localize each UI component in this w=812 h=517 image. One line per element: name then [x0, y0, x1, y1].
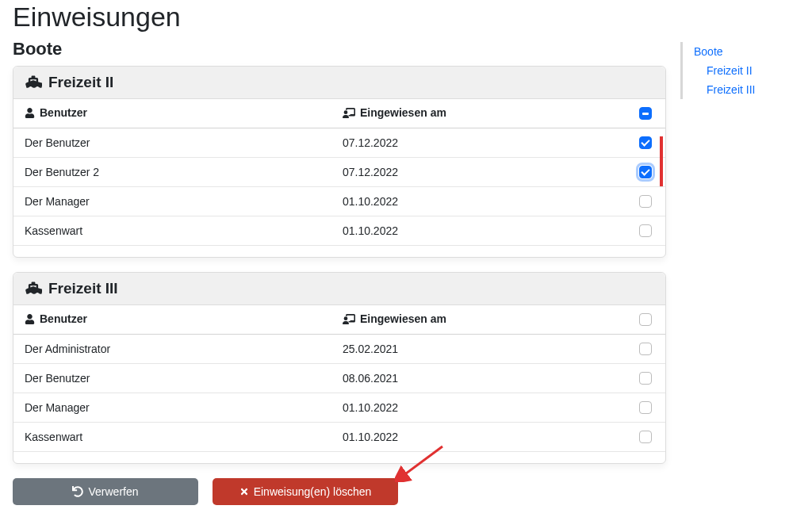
row-checkbox[interactable] — [639, 343, 652, 355]
chalkboard-user-icon — [343, 108, 355, 118]
side-nav: Boote Freizeit II Freizeit III — [680, 42, 755, 99]
sidenav-link-freizeit-ii[interactable]: Freizeit II — [694, 61, 755, 80]
table-row: Kassenwart 01.10.2022 — [13, 216, 665, 246]
cell-date: 07.12.2022 — [331, 128, 625, 158]
table-row: Der Benutzer 2 07.12.2022 — [13, 158, 665, 187]
close-icon — [239, 487, 249, 496]
user-icon — [25, 314, 35, 324]
instructions-table: Benutzer Eingewiesen am — [13, 99, 665, 246]
boat-name: Freizeit III — [48, 280, 118, 297]
table-row: Kassenwart 01.10.2022 — [13, 423, 665, 452]
ship-icon — [25, 281, 42, 297]
user-icon — [25, 108, 35, 118]
table-row: Der Manager 01.10.2022 — [13, 393, 665, 423]
page-title: Einweisungen — [13, 2, 799, 33]
row-checkbox[interactable] — [639, 195, 652, 208]
main-content: Boote Freizeit II Benutzer — [13, 39, 666, 505]
row-checkbox[interactable] — [639, 431, 652, 443]
column-date-label: Eingewiesen am — [360, 312, 446, 325]
row-checkbox[interactable] — [639, 166, 652, 178]
boat-card-header: Freizeit III — [13, 273, 665, 305]
delete-button-label: Einweisung(en) löschen — [254, 485, 372, 498]
cell-user: Kassenwart — [13, 423, 331, 452]
instructions-table: Benutzer Eingewiesen am — [13, 305, 665, 452]
table-header-row: Benutzer Eingewiesen am — [13, 99, 665, 128]
cell-user: Der Manager — [13, 187, 331, 216]
sidenav-link-freizeit-iii[interactable]: Freizeit III — [694, 80, 755, 99]
table-row: Der Administrator 25.02.2021 — [13, 335, 665, 364]
undo-icon — [72, 486, 83, 497]
table-row: Der Manager 01.10.2022 — [13, 187, 665, 216]
boat-card-freizeit-ii: Freizeit II Benutzer — [13, 66, 666, 258]
column-date-label: Eingewiesen am — [360, 106, 446, 119]
cell-user: Der Administrator — [13, 335, 331, 364]
cell-user: Der Benutzer — [13, 128, 331, 158]
row-checkbox[interactable] — [639, 136, 652, 149]
cell-date: 07.12.2022 — [331, 158, 625, 187]
sidenav-link-boote[interactable]: Boote — [694, 42, 755, 61]
cell-user: Der Benutzer — [13, 364, 331, 393]
table-header-row: Benutzer Eingewiesen am — [13, 305, 665, 335]
change-indicator-bar — [660, 136, 663, 186]
column-user-label: Benutzer — [40, 312, 87, 325]
delete-button[interactable]: Einweisung(en) löschen — [213, 478, 398, 505]
section-title: Boote — [13, 39, 666, 59]
row-checkbox[interactable] — [639, 224, 652, 237]
row-checkbox[interactable] — [639, 372, 652, 385]
row-checkbox[interactable] — [639, 401, 652, 414]
boat-card-freizeit-iii: Freizeit III Benutzer — [13, 272, 666, 464]
discard-button[interactable]: Verwerfen — [13, 478, 198, 505]
action-bar: Verwerfen Einweisung(en) löschen — [13, 478, 666, 505]
boat-name: Freizeit II — [48, 74, 113, 91]
cell-date: 01.10.2022 — [331, 216, 625, 246]
select-all-checkbox[interactable] — [639, 313, 652, 326]
table-row: Der Benutzer 07.12.2022 — [13, 128, 665, 158]
cell-user: Kassenwart — [13, 216, 331, 246]
ship-icon — [25, 75, 42, 90]
table-row: Der Benutzer 08.06.2021 — [13, 364, 665, 393]
cell-date: 01.10.2022 — [331, 187, 625, 216]
column-user-label: Benutzer — [40, 106, 87, 119]
cell-user: Der Manager — [13, 393, 331, 423]
cell-date: 08.06.2021 — [331, 364, 625, 393]
cell-user: Der Benutzer 2 — [13, 158, 331, 187]
cell-date: 25.02.2021 — [331, 335, 625, 364]
discard-button-label: Verwerfen — [88, 485, 138, 498]
boat-card-header: Freizeit II — [13, 67, 665, 99]
chalkboard-user-icon — [343, 314, 355, 324]
select-all-checkbox[interactable] — [639, 107, 652, 120]
cell-date: 01.10.2022 — [331, 393, 625, 423]
cell-date: 01.10.2022 — [331, 423, 625, 452]
